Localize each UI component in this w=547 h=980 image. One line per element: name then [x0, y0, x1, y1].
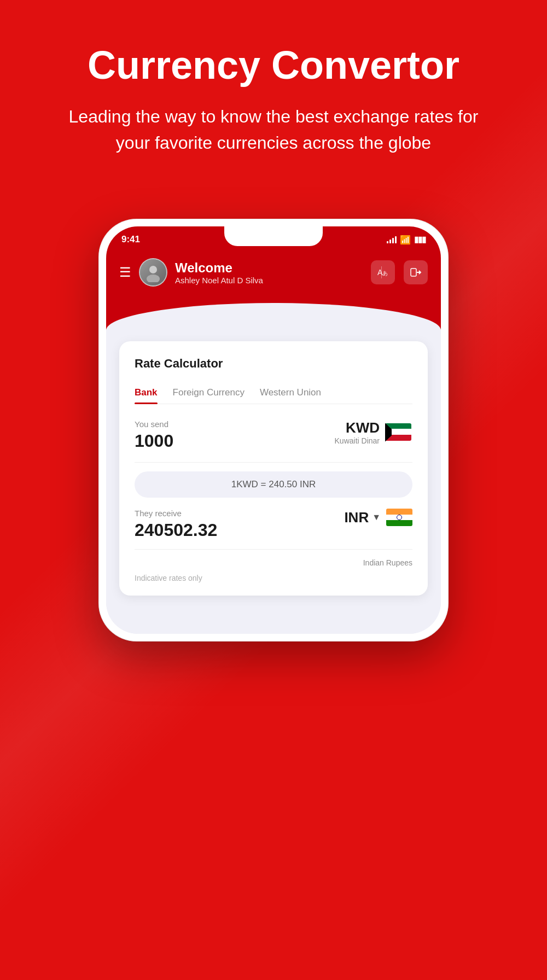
header-right: A あ — [371, 260, 428, 284]
translate-button[interactable]: A あ — [371, 260, 395, 284]
receive-amount: 240502.32 — [135, 520, 344, 540]
tab-foreign-currency[interactable]: Foreign Currency — [173, 382, 245, 404]
svg-rect-5 — [411, 269, 416, 276]
send-label: You send — [135, 419, 335, 429]
calculator-tabs: Bank Foreign Currency Western Union — [135, 382, 412, 404]
welcome-label: Welcome — [175, 260, 263, 276]
status-icons: 📶 ▮▮▮ — [387, 235, 426, 245]
svg-text:あ: あ — [382, 270, 388, 276]
avatar — [139, 258, 167, 287]
menu-icon[interactable]: ☰ — [119, 265, 131, 280]
rate-calculator-card: Rate Calculator Bank Foreign Currency We… — [119, 341, 428, 596]
rate-calculator-title: Rate Calculator — [135, 357, 412, 371]
inr-flag — [386, 509, 412, 526]
send-currency-selector[interactable]: KWD Kuwaiti Dinar — [335, 419, 412, 445]
battery-icon: ▮▮▮ — [414, 235, 426, 244]
indicative-note: Indicative rates only — [135, 574, 412, 582]
app-header: ☰ Welcome Ashley Noel Atul D Silva — [106, 249, 441, 303]
send-amount[interactable]: 1000 — [135, 431, 335, 451]
inr-selector[interactable]: INR ▼ — [344, 509, 381, 526]
receive-currency-name: Indian Rupees — [135, 558, 412, 567]
send-divider — [135, 462, 412, 463]
receive-row: They receive 240502.32 INR ▼ — [135, 509, 412, 540]
content-area: Rate Calculator Bank Foreign Currency We… — [106, 330, 441, 612]
logout-button[interactable] — [404, 260, 428, 284]
svg-rect-4 — [381, 266, 382, 278]
hero-subtitle: Leading the way to know the best exchang… — [60, 103, 487, 156]
svg-point-0 — [149, 266, 157, 273]
receive-divider — [135, 549, 412, 550]
tab-bank[interactable]: Bank — [135, 382, 158, 404]
signal-icon — [387, 236, 397, 243]
conversion-rate-pill: 1KWD = 240.50 INR — [135, 471, 412, 498]
receive-label: They receive — [135, 509, 344, 518]
send-currency-info: KWD Kuwaiti Dinar — [335, 419, 380, 445]
send-currency-code: KWD — [335, 419, 380, 436]
header-wave — [106, 303, 441, 330]
header-text: Welcome Ashley Noel Atul D Silva — [175, 260, 263, 285]
phone-notch — [224, 226, 323, 246]
tab-western-union[interactable]: Western Union — [260, 382, 321, 404]
send-row: You send 1000 KWD Kuwaiti Dinar — [135, 419, 412, 451]
kwd-flag — [385, 423, 412, 442]
avatar-placeholder — [140, 259, 166, 285]
hero-title: Currency Convertor — [33, 44, 514, 87]
send-amount-section: You send 1000 — [135, 419, 335, 451]
send-currency-name: Kuwaiti Dinar — [335, 436, 380, 445]
receive-currency-code: INR — [344, 509, 369, 526]
phone-mockup: 9:41 📶 ▮▮▮ ☰ — [98, 219, 449, 641]
dropdown-arrow-icon: ▼ — [372, 512, 381, 522]
wifi-icon: 📶 — [400, 235, 411, 245]
header-left: ☰ Welcome Ashley Noel Atul D Silva — [119, 258, 263, 287]
svg-point-1 — [147, 275, 160, 282]
receive-currency-selector[interactable]: INR ▼ — [344, 509, 412, 526]
username-label: Ashley Noel Atul D Silva — [175, 276, 263, 285]
receive-amount-section: They receive 240502.32 — [135, 509, 344, 540]
phone-bottom — [106, 612, 441, 634]
hero-section: Currency Convertor Leading the way to kn… — [0, 0, 547, 178]
status-time: 9:41 — [121, 234, 140, 245]
ashoka-wheel — [397, 515, 402, 520]
